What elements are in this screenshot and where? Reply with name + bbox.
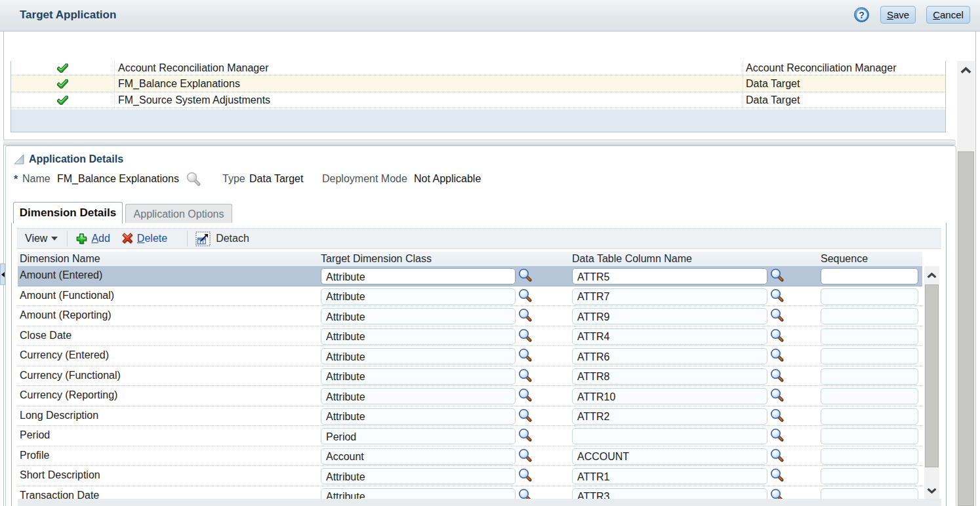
target-dimension-class-search-icon[interactable] [518, 368, 534, 386]
target-dimension-class-search-icon[interactable] [518, 408, 534, 426]
application-row[interactable]: FM_Balance ExplanationsData Target [11, 75, 945, 92]
target-dimension-class-search-icon[interactable] [518, 308, 534, 326]
data-table-column-name-search-icon[interactable] [770, 488, 786, 499]
name-search-icon[interactable] [186, 171, 201, 189]
sequence-input[interactable] [821, 408, 918, 425]
view-menu-button[interactable]: View [25, 233, 47, 244]
splitter-collapse-button[interactable] [0, 263, 5, 285]
target-dimension-class-input[interactable] [321, 388, 516, 404]
disclosure-triangle-icon[interactable] [14, 154, 24, 165]
data-table-column-name-search-icon[interactable] [770, 308, 786, 326]
application-row[interactable]: FM_Source System AdjustmentsData Target [11, 92, 945, 108]
table-scrollbar-down-icon[interactable] [927, 488, 937, 494]
column-header-target-dimension-class[interactable]: Target Dimension Class [321, 253, 432, 265]
data-table-column-name-search-icon[interactable] [770, 268, 786, 286]
sequence-input[interactable] [821, 468, 918, 484]
page-scrollbar-thumb[interactable] [958, 151, 974, 506]
data-table-column-name-search-icon[interactable] [770, 388, 786, 406]
data-table-column-name-input[interactable] [572, 428, 767, 444]
data-table-column-name-search-icon[interactable] [770, 288, 786, 306]
data-table-column-name-input[interactable] [572, 448, 767, 465]
sequence-input[interactable] [821, 288, 918, 305]
data-table-column-name-input[interactable] [572, 408, 767, 425]
add-icon[interactable] [75, 233, 88, 245]
target-dimension-class-input[interactable] [321, 428, 516, 444]
sequence-input[interactable] [821, 488, 918, 499]
target-dimension-class-input[interactable] [321, 348, 516, 364]
page-scrollbar[interactable] [957, 61, 975, 506]
data-table-column-name-input[interactable] [572, 488, 767, 499]
target-dimension-class-search-icon[interactable] [518, 388, 534, 406]
detach-button[interactable]: Detach [216, 233, 249, 244]
data-table-column-name-search-icon[interactable] [770, 328, 786, 346]
sequence-input[interactable] [821, 328, 918, 345]
column-header-sequence[interactable]: Sequence [821, 253, 868, 265]
data-table-column-name-input[interactable] [572, 368, 767, 385]
tab-dimension-details[interactable]: Dimension Details [13, 202, 123, 224]
data-table-column-name-input[interactable] [572, 468, 767, 484]
add-button[interactable]: Add [91, 233, 110, 244]
dimension-row[interactable]: Currency (Entered) [18, 346, 922, 366]
page-scrollbar-up-icon[interactable] [957, 61, 975, 78]
save-button[interactable]: Save [880, 6, 916, 24]
target-dimension-class-search-icon[interactable] [518, 328, 534, 346]
data-table-column-name-input[interactable] [572, 348, 767, 364]
data-table-column-name-search-icon[interactable] [770, 408, 786, 426]
dimension-row[interactable]: Profile [18, 446, 922, 467]
dimension-row[interactable]: Amount (Reporting) [18, 306, 922, 326]
column-header-dimension-name[interactable]: Dimension Name [20, 253, 100, 265]
target-dimension-class-input[interactable] [321, 488, 516, 499]
sequence-input[interactable] [821, 268, 918, 284]
horizontal-splitter[interactable] [3, 140, 956, 146]
sequence-input[interactable] [821, 388, 918, 404]
dimension-row[interactable]: Currency (Reporting) [18, 386, 922, 406]
data-table-column-name-search-icon[interactable] [770, 448, 786, 466]
target-dimension-class-input[interactable] [321, 288, 516, 305]
data-table-column-name-search-icon[interactable] [770, 428, 786, 446]
target-dimension-class-search-icon[interactable] [518, 448, 534, 466]
delete-button[interactable]: Delete [137, 233, 167, 244]
data-table-column-name-input[interactable] [572, 268, 767, 284]
dimension-row[interactable]: Short Description [18, 466, 922, 486]
target-dimension-class-search-icon[interactable] [518, 468, 534, 486]
sequence-input[interactable] [821, 348, 918, 364]
target-dimension-class-search-icon[interactable] [518, 268, 534, 286]
target-dimension-class-input[interactable] [321, 408, 516, 425]
dimension-row[interactable]: Amount (Entered) [18, 266, 922, 286]
target-dimension-class-input[interactable] [321, 268, 516, 284]
dimension-row[interactable]: Period [18, 426, 922, 446]
dimension-row[interactable]: Transaction Date [18, 486, 922, 499]
target-dimension-class-input[interactable] [321, 448, 516, 465]
target-dimension-class-input[interactable] [321, 308, 516, 324]
data-table-column-name-input[interactable] [572, 328, 767, 345]
target-dimension-class-search-icon[interactable] [518, 348, 534, 366]
dimension-row[interactable]: Long Description [18, 406, 922, 427]
delete-icon[interactable] [122, 233, 134, 244]
application-row[interactable]: Account Reconciliation ManagerAccount Re… [11, 61, 945, 75]
data-table-column-name-search-icon[interactable] [770, 468, 786, 486]
sequence-input[interactable] [821, 368, 918, 385]
data-table-column-name-input[interactable] [572, 308, 767, 324]
dimension-row[interactable]: Close Date [18, 326, 922, 347]
dimension-row[interactable]: Amount (Functional) [18, 286, 922, 307]
table-scrollbar-thumb[interactable] [925, 284, 939, 467]
data-table-column-name-input[interactable] [572, 388, 767, 404]
target-dimension-class-input[interactable] [321, 468, 516, 484]
detach-icon[interactable] [195, 231, 211, 246]
dimension-row[interactable]: Currency (Functional) [18, 366, 922, 387]
data-table-column-name-search-icon[interactable] [770, 348, 786, 366]
column-header-data-table-column-name[interactable]: Data Table Column Name [572, 253, 692, 265]
target-dimension-class-search-icon[interactable] [518, 288, 534, 306]
target-dimension-class-input[interactable] [321, 368, 516, 385]
data-table-column-name-search-icon[interactable] [770, 368, 786, 386]
target-dimension-class-search-icon[interactable] [518, 488, 534, 499]
data-table-column-name-input[interactable] [572, 288, 767, 305]
target-dimension-class-search-icon[interactable] [518, 428, 534, 446]
table-scrollbar-up-icon[interactable] [927, 273, 937, 279]
view-menu-caret-icon[interactable] [51, 237, 58, 241]
cancel-button[interactable]: Cancel [926, 6, 970, 24]
tab-application-options[interactable]: Application Options [125, 204, 232, 224]
sequence-input[interactable] [821, 428, 918, 444]
table-horizontal-scrollbar[interactable] [18, 499, 941, 506]
table-scrollbar[interactable] [924, 266, 939, 499]
